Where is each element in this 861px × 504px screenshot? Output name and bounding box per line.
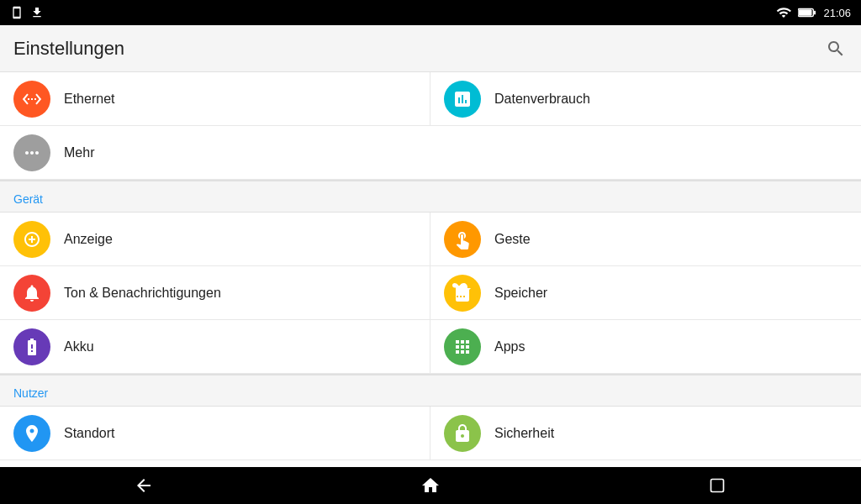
- mehr-label: Mehr: [64, 145, 94, 160]
- anzeige-icon: [13, 221, 50, 258]
- settings-item-standort[interactable]: Standort: [0, 407, 430, 460]
- app-bar: Einstellungen: [0, 25, 861, 72]
- home-button[interactable]: [405, 467, 456, 504]
- nutzer-header-text: Nutzer: [13, 386, 48, 400]
- connectivity-section: Ethernet Datenverbrauch: [0, 72, 861, 126]
- ton-label: Ton & Benachrichtigungen: [64, 286, 221, 301]
- battery-status-icon: [798, 6, 816, 19]
- apps-icon: [444, 328, 481, 365]
- settings-item-sicherheit[interactable]: Sicherheit: [430, 407, 861, 460]
- speicher-label: Speicher: [494, 286, 547, 301]
- nutzer-section: Standort Sicherheit: [0, 407, 861, 460]
- back-icon: [134, 475, 154, 496]
- home-icon: [420, 475, 441, 496]
- settings-item-speicher[interactable]: Speicher: [430, 266, 861, 320]
- settings-item-mehr[interactable]: Mehr: [0, 126, 861, 180]
- standort-icon: [13, 415, 50, 452]
- screenshot-icon: [10, 6, 24, 19]
- nav-bar: [0, 467, 861, 504]
- ethernet-label: Ethernet: [64, 92, 114, 107]
- search-button[interactable]: [824, 37, 848, 60]
- status-bar: 21:06: [0, 0, 861, 25]
- page-title: Einstellungen: [13, 38, 124, 60]
- settings-item-ethernet[interactable]: Ethernet: [0, 72, 430, 126]
- sicherheit-label: Sicherheit: [494, 426, 554, 441]
- settings-item-anzeige[interactable]: Anzeige: [0, 213, 430, 266]
- status-bar-left: [10, 6, 44, 19]
- akku-icon: [13, 328, 50, 365]
- datenverbrauch-label: Datenverbrauch: [494, 92, 590, 107]
- settings-item-ton[interactable]: Ton & Benachrichtigungen: [0, 266, 430, 320]
- anzeige-label: Anzeige: [64, 232, 113, 247]
- geste-icon: [444, 221, 481, 258]
- geste-label: Geste: [494, 232, 531, 247]
- settings-item-geste[interactable]: Geste: [430, 213, 861, 266]
- svg-rect-2: [814, 11, 816, 15]
- ethernet-icon: [13, 81, 50, 118]
- geraet-section: Anzeige Geste Ton & Benachrichtigungen: [0, 213, 861, 374]
- settings-item-apps[interactable]: Apps: [430, 320, 861, 374]
- speicher-icon: [444, 275, 481, 312]
- wifi-icon: [776, 5, 791, 20]
- nutzer-section-header: Nutzer: [0, 374, 861, 407]
- settings-item-akku[interactable]: Akku: [0, 320, 430, 374]
- geraet-header-text: Gerät: [13, 192, 43, 206]
- sicherheit-icon: [444, 415, 481, 452]
- akku-label: Akku: [64, 339, 94, 354]
- back-button[interactable]: [119, 467, 169, 504]
- download-icon: [30, 6, 44, 19]
- standort-label: Standort: [64, 426, 114, 441]
- settings-list: Ethernet Datenverbrauch Mehr Gerät: [0, 72, 861, 467]
- settings-item-datenverbrauch[interactable]: Datenverbrauch: [430, 72, 861, 126]
- mehr-icon: [13, 134, 50, 171]
- datenverbrauch-icon: [444, 81, 481, 118]
- recent-apps-button[interactable]: [692, 467, 742, 504]
- recent-apps-icon: [709, 477, 726, 494]
- search-icon: [826, 39, 846, 59]
- mehr-section: Mehr: [0, 126, 861, 180]
- ton-icon: [13, 275, 50, 312]
- apps-label: Apps: [494, 339, 525, 354]
- geraet-section-header: Gerät: [0, 180, 861, 213]
- svg-rect-3: [711, 480, 724, 492]
- status-bar-right: 21:06: [776, 5, 851, 20]
- status-time: 21:06: [823, 7, 851, 19]
- svg-rect-1: [799, 9, 812, 15]
